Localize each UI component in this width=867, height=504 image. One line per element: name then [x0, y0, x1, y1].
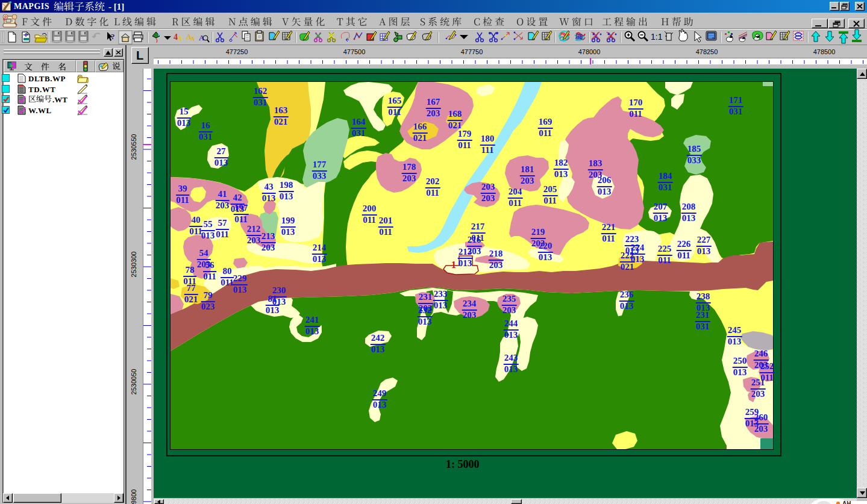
- svg-text:478000: 478000: [578, 48, 601, 55]
- svg-text:2529800: 2529800: [130, 490, 137, 504]
- svg-text:A: A: [190, 36, 195, 42]
- svg-text:2530300: 2530300: [130, 252, 137, 278]
- svg-text:477500: 477500: [343, 48, 366, 55]
- svg-text:2530550: 2530550: [130, 134, 137, 160]
- svg-text:478250: 478250: [696, 48, 718, 55]
- svg-text:A: A: [199, 33, 205, 42]
- svg-text:1:1: 1:1: [651, 32, 663, 42]
- svg-text:477250: 477250: [226, 48, 248, 55]
- svg-text:478500: 478500: [813, 48, 836, 55]
- svg-text:A: A: [177, 34, 183, 43]
- svg-text:477750: 477750: [461, 48, 483, 55]
- svg-text:2530050: 2530050: [130, 369, 137, 395]
- svg-text:?: ?: [111, 32, 115, 41]
